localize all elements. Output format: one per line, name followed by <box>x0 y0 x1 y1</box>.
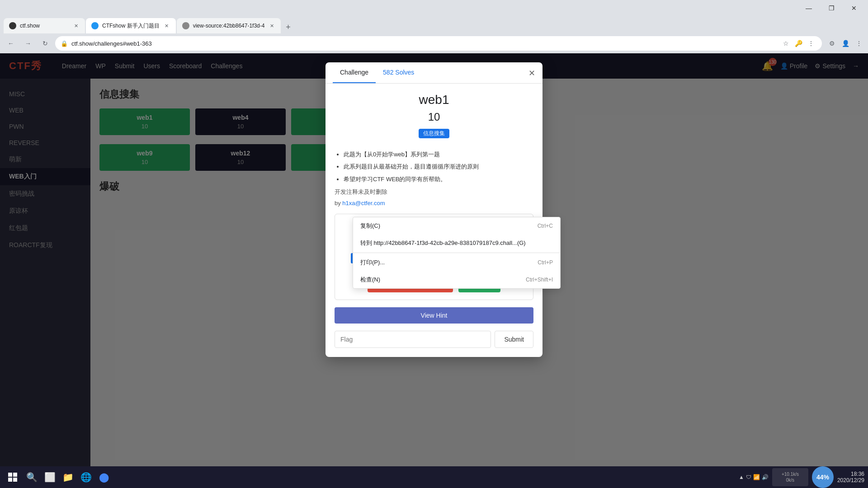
tray-shield: 🛡 <box>746 474 751 480</box>
svg-rect-0 <box>8 473 12 477</box>
context-menu: 复制(C) Ctrl+C 转到 http://42bb8647-1f3d-42c… <box>353 217 561 289</box>
account-icon[interactable]: 👤 <box>840 38 851 49</box>
tab-viewsrc[interactable]: view-source:42bb8647-1f3d-4 ✕ <box>177 18 281 33</box>
modal-desc-item-3: 希望对学习CTF WEB的同学有所帮助。 <box>344 174 533 184</box>
upload-speed: +10.1k/s <box>782 471 799 477</box>
tab-ctfshow2[interactable]: CTFshow 新手入门题目 ✕ <box>86 18 176 33</box>
edge-icon[interactable]: 🌐 <box>78 469 94 485</box>
new-tab-button[interactable]: + <box>282 21 294 33</box>
modal-challenge-score: 10 <box>335 111 533 123</box>
modal-category-badge: 信息搜集 <box>419 129 449 138</box>
tab-close-2[interactable]: ✕ <box>163 22 170 29</box>
tab-title-2: CTFshow 新手入门题目 <box>102 22 160 30</box>
bookmark-icon[interactable]: ☆ <box>780 38 791 49</box>
modal-desc-item-2: 此系列题目从最基础开始，题目遵循循序渐进的原则 <box>344 161 533 172</box>
modal-description: 此题为【从0开始学web】系列第一题 此系列题目从最基础开始，题目遵循循序渐进的… <box>335 149 533 184</box>
chrome-menu-icon[interactable]: ⋮ <box>854 38 864 49</box>
reload-button[interactable]: ↻ <box>38 36 52 51</box>
address-bar[interactable]: 🔒 ctf.show/challenges#web1-363 ☆ 🔑 ⋮ <box>55 36 822 51</box>
tray-wifi: 📶 <box>753 474 760 480</box>
tabs-bar: ctf.show ✕ CTFshow 新手入门题目 ✕ view-source:… <box>0 16 868 33</box>
tray-icons: ▲ 🛡 📶 🔊 <box>739 474 769 480</box>
copy-label: 复制(C) <box>360 222 380 230</box>
download-speed: 0k/s <box>782 477 799 483</box>
context-menu-print[interactable]: 打印(P)... Ctrl+P <box>353 254 560 271</box>
start-button[interactable] <box>4 468 22 486</box>
inspect-shortcut: Ctrl+Shift+I <box>526 277 553 283</box>
modal-badge-wrap: 信息搜集 <box>335 129 533 144</box>
tab-title-1: ctf.show <box>20 23 69 29</box>
taskbar-right: ▲ 🛡 📶 🔊 +10.1k/s 0k/s 44% 18:36 2020/12/… <box>739 466 864 488</box>
tab-favicon-1 <box>9 22 16 29</box>
taskbar-clock[interactable]: 18:36 2020/12/29 <box>837 471 864 483</box>
tab-favicon-3 <box>182 22 189 29</box>
challenge-modal: ✕ Challenge 582 Solves web1 10 信息搜集 此题为【… <box>326 62 542 357</box>
clock-time: 18:36 <box>837 471 864 477</box>
minimize-button[interactable]: — <box>798 1 819 15</box>
submit-flag-button[interactable]: Submit <box>495 331 533 348</box>
modal-author: by h1xa@ctfer.com <box>335 200 533 206</box>
taskbar: 🔍 ⬜ 📁 🌐 ⬤ ▲ 🛡 📶 🔊 +10.1k/s 0k/s 44% 18:3… <box>0 466 868 488</box>
extensions-icon[interactable]: ⚙ <box>826 38 837 49</box>
view-hint-button[interactable]: View Hint <box>335 307 533 324</box>
chrome-icon[interactable]: ⬤ <box>96 469 112 485</box>
tab-close-3[interactable]: ✕ <box>268 22 275 29</box>
context-menu-divider <box>353 253 560 253</box>
taskview-icon[interactable]: ⬜ <box>42 469 58 485</box>
file-explorer-icon[interactable]: 📁 <box>60 469 76 485</box>
author-prefix: by <box>335 200 342 206</box>
modal-note: 开发注释未及时删除 <box>335 188 533 196</box>
window-controls: — ❐ ✕ <box>798 1 864 15</box>
author-link[interactable]: h1xa@ctfer.com <box>342 200 385 206</box>
network-widget: +10.1k/s 0k/s <box>772 468 808 486</box>
flag-row: Submit <box>335 331 533 348</box>
search-taskbar[interactable]: 🔍 <box>24 469 40 485</box>
browser-window: — ❐ ✕ ctf.show ✕ CTFshow 新手入门题目 ✕ view-s… <box>0 0 868 53</box>
address-bar-row: ← → ↻ 🔒 ctf.show/challenges#web1-363 ☆ 🔑… <box>0 33 868 53</box>
context-menu-inspect[interactable]: 检查(N) Ctrl+Shift+I <box>353 271 560 288</box>
back-button[interactable]: ← <box>4 36 18 51</box>
maximize-button[interactable]: ❐ <box>821 1 842 15</box>
tab-challenge[interactable]: Challenge <box>333 62 376 83</box>
menu-icon[interactable]: ⋮ <box>806 38 816 49</box>
copy-shortcut: Ctrl+C <box>538 223 553 229</box>
tray-chevron[interactable]: ▲ <box>739 474 744 480</box>
modal-desc-item-1: 此题为【从0开始学web】系列第一题 <box>344 149 533 160</box>
tab-solves[interactable]: 582 Solves <box>376 62 421 83</box>
context-menu-copy[interactable]: 复制(C) Ctrl+C <box>353 217 560 235</box>
flag-input[interactable] <box>335 331 491 348</box>
inspect-label: 检查(N) <box>360 276 380 284</box>
context-menu-goto[interactable]: 转到 http://42bb8647-1f3d-42cb-a29e-838107… <box>353 235 560 252</box>
print-shortcut: Ctrl+P <box>538 259 553 266</box>
lock-icon: 🔒 <box>61 40 68 47</box>
modal-close-button[interactable]: ✕ <box>526 68 537 79</box>
tab-favicon-2 <box>91 22 99 29</box>
svg-rect-1 <box>13 473 17 477</box>
svg-rect-2 <box>8 478 12 482</box>
address-text: ctf.show/challenges#web1-363 <box>71 40 152 47</box>
svg-rect-3 <box>13 478 17 482</box>
goto-label: 转到 http://42bb8647-1f3d-42cb-a29e-838107… <box>360 239 526 247</box>
tab-title-3: view-source:42bb8647-1f3d-4 <box>193 23 265 29</box>
clock-date: 2020/12/29 <box>837 477 864 483</box>
modal-challenge-title: web1 <box>335 93 533 107</box>
title-bar: — ❐ ✕ <box>0 0 868 16</box>
print-label: 打印(P)... <box>360 258 385 267</box>
key-icon[interactable]: 🔑 <box>793 38 804 49</box>
network-speed: +10.1k/s 0k/s <box>782 471 799 483</box>
forward-button[interactable]: → <box>21 36 35 51</box>
modal-tabs: Challenge 582 Solves <box>326 62 542 84</box>
tab-ctfshow[interactable]: ctf.show ✕ <box>4 18 85 33</box>
tab-close-1[interactable]: ✕ <box>72 22 80 29</box>
close-button[interactable]: ✕ <box>844 1 864 15</box>
cpu-usage: 44% <box>812 466 834 488</box>
tray-volume: 🔊 <box>762 474 769 480</box>
